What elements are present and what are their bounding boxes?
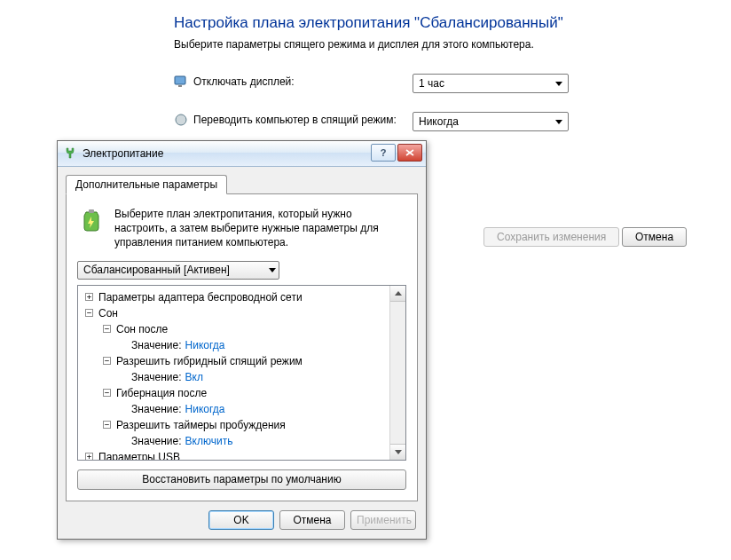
power-plan-selected: Сбалансированный [Активен] (83, 264, 230, 276)
sleep-value: Никогда (419, 115, 459, 128)
cancel-button[interactable]: Отмена (279, 510, 345, 530)
chevron-down-icon (269, 268, 276, 272)
tree-value-hybrid[interactable]: Значение:Вкл (78, 369, 390, 385)
sleep-dropdown[interactable]: Никогда (413, 112, 569, 131)
moon-icon (174, 113, 188, 127)
dialog-tabstrip: Дополнительные параметры (66, 175, 418, 194)
scroll-up-icon[interactable] (390, 286, 405, 302)
scroll-down-icon[interactable] (390, 444, 405, 460)
collapse-icon[interactable]: − (103, 421, 111, 429)
help-button[interactable]: ? (371, 144, 396, 162)
collapse-icon[interactable]: − (103, 325, 111, 333)
collapse-icon[interactable]: − (103, 357, 111, 365)
svg-rect-1 (178, 85, 182, 87)
apply-button: Применить (350, 510, 416, 530)
dialog-intro-text: Выберите план электропитания, который ну… (114, 207, 406, 250)
battery-icon (77, 207, 106, 235)
sleep-label: Переводить компьютер в спящий режим: (193, 114, 397, 126)
tree-value-wake-timers[interactable]: Значение:Включить (78, 433, 390, 449)
tree-value-hibernate[interactable]: Значение:Никогда (78, 401, 390, 417)
svg-rect-3 (89, 209, 94, 213)
power-plan-dropdown[interactable]: Сбалансированный [Активен] (77, 261, 279, 280)
cancel-page-button[interactable]: Отмена (622, 227, 687, 247)
save-changes-button: Сохранить изменения (483, 227, 619, 247)
svg-point-2 (176, 114, 186, 125)
power-plug-icon (63, 146, 77, 161)
display-icon (174, 75, 188, 89)
settings-tree: +Параметры адаптера беспроводной сети −С… (77, 285, 406, 461)
tab-advanced[interactable]: Дополнительные параметры (66, 175, 227, 194)
tree-node-wake-timers[interactable]: −Разрешить таймеры пробуждения (78, 417, 390, 433)
tree-node-wireless[interactable]: +Параметры адаптера беспроводной сети (78, 289, 390, 305)
tree-scrollbar[interactable] (389, 286, 405, 460)
close-button[interactable] (397, 144, 422, 162)
page-subtitle: Выберите параметры спящего режима и дисп… (174, 38, 534, 51)
display-off-dropdown[interactable]: 1 час (413, 74, 569, 93)
tree-node-sleep-after[interactable]: −Сон после (78, 321, 390, 337)
dialog-title: Электропитание (83, 147, 163, 160)
tree-node-sleep[interactable]: −Сон (78, 305, 390, 321)
tree-node-hibernate[interactable]: −Гибернация после (78, 385, 390, 401)
display-off-value: 1 час (419, 77, 444, 90)
expand-icon[interactable]: + (85, 453, 93, 460)
dialog-titlebar[interactable]: Электропитание ? (58, 141, 426, 167)
expand-icon[interactable]: + (85, 293, 93, 301)
page-title: Настройка плана электропитания "Сбаланси… (174, 14, 563, 32)
ok-button[interactable]: OK (208, 510, 274, 530)
collapse-icon[interactable]: − (85, 309, 93, 317)
display-off-label: Отключать дисплей: (193, 75, 295, 88)
tree-node-hybrid[interactable]: −Разрешить гибридный спящий режим (78, 353, 390, 369)
power-options-dialog: Электропитание ? Дополнительные параметр… (57, 140, 427, 540)
svg-rect-0 (175, 76, 185, 84)
chevron-down-icon (555, 120, 562, 124)
collapse-icon[interactable]: − (103, 389, 111, 397)
chevron-down-icon (555, 82, 562, 86)
tree-node-usb[interactable]: +Параметры USB (78, 449, 390, 460)
restore-defaults-button[interactable]: Восстановить параметры по умолчанию (77, 469, 406, 490)
tree-value-sleep-after[interactable]: Значение:Никогда (78, 337, 390, 353)
